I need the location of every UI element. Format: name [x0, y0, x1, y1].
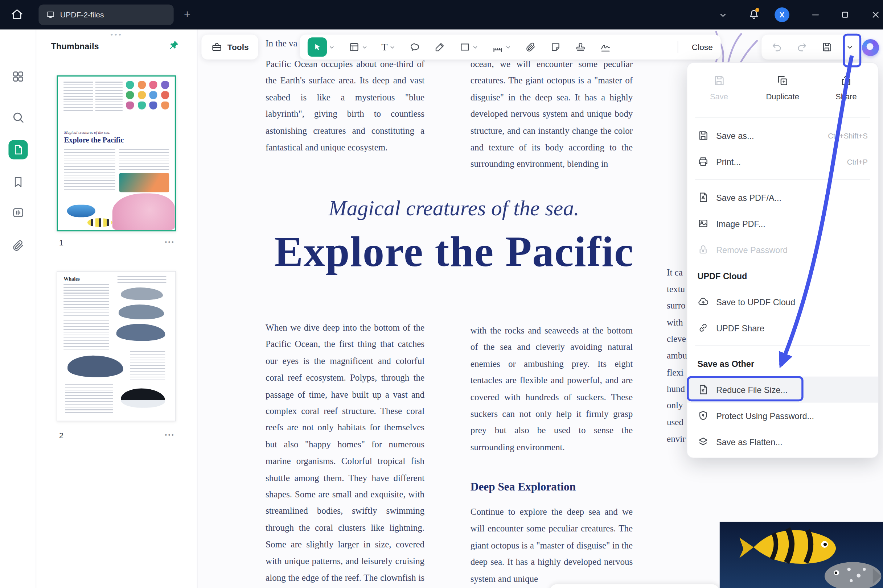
thumb-text-block	[130, 351, 165, 380]
menu-item-updf-share[interactable]: UPDF Share	[687, 315, 878, 341]
text-tool-icon: T	[381, 41, 387, 53]
close-window-button[interactable]	[871, 10, 881, 20]
thumb-fish-blue	[67, 205, 95, 217]
redo-icon[interactable]	[796, 41, 807, 52]
doc-col3-line: used	[667, 417, 683, 428]
menu-item-save-as-flatten[interactable]: Save as Flatten...	[687, 429, 878, 455]
page-more-button[interactable]: •••	[165, 431, 174, 438]
menu-save-action[interactable]: Save	[687, 70, 751, 113]
menu-item-print[interactable]: Print... Ctrl+P	[687, 148, 878, 175]
doc-col3-line: textu	[667, 284, 685, 294]
text-tool[interactable]: T	[381, 41, 396, 53]
document-tab[interactable]: UPDF-2-files	[38, 5, 173, 25]
select-tool-button[interactable]	[308, 38, 327, 57]
updf-app-window: UPDF-2-files + X	[0, 0, 883, 588]
thumb-pink-coral	[113, 193, 175, 230]
chevron-down-icon	[505, 44, 511, 50]
thumb-whale	[121, 288, 163, 300]
save-dropdown-chevron-icon[interactable]	[846, 44, 853, 51]
doc-heading-italic: Magical creatures of the sea.	[254, 196, 654, 221]
share-icon	[840, 74, 852, 87]
apps-grid-icon[interactable]	[11, 70, 25, 83]
page-thumbnail-2[interactable]: Whales	[57, 271, 176, 422]
doc-subheading: Deep Sea Exploration	[471, 480, 576, 494]
page-more-button[interactable]: •••	[165, 238, 174, 245]
attach-file-icon[interactable]	[525, 41, 536, 52]
bottom-toolbar-partial	[549, 584, 719, 588]
doc-col3-line: ambu	[667, 351, 687, 361]
left-icon-rail	[0, 29, 36, 588]
save-icon	[713, 74, 725, 87]
comment-callout-icon[interactable]	[409, 41, 420, 52]
menu-duplicate-action[interactable]: Duplicate	[751, 70, 814, 113]
home-icon[interactable]	[10, 7, 26, 22]
toolbox-icon	[211, 41, 222, 52]
doc-col1-top: Pacific Ocean occupies about one-third o…	[266, 56, 424, 156]
signature-icon[interactable]	[600, 41, 611, 52]
page-layout-tool[interactable]	[348, 41, 367, 52]
thumb-text-block	[119, 149, 169, 170]
cursor-icon	[312, 42, 322, 52]
menu-item-remove-password[interactable]: Remove Password	[687, 236, 878, 262]
thumbnails-panel-title: Thumbnails	[51, 41, 99, 51]
thumb-heading-italic: Magical creatures of the sea.	[64, 130, 110, 135]
measure-tool[interactable]	[492, 41, 511, 52]
comments-icon[interactable]	[11, 206, 25, 220]
menu-item-save-to-updf-cloud[interactable]: Save to UPDF Cloud	[687, 288, 878, 315]
menu-item-protect-using-password[interactable]: Protect Using Password...	[687, 403, 878, 429]
doc-col2-main: with the rocks and seaweeds at the botto…	[471, 322, 633, 456]
toolbar-divider	[678, 41, 678, 53]
menu-divider	[695, 345, 870, 346]
attachments-paperclip-icon[interactable]	[11, 239, 25, 253]
bookmarks-icon[interactable]	[11, 175, 25, 189]
panel-drag-handle[interactable]: •••	[36, 30, 197, 38]
close-toolbar-button[interactable]: Close	[692, 42, 713, 51]
thumb-whale	[119, 304, 164, 320]
minimize-button[interactable]	[811, 10, 821, 20]
maximize-button[interactable]	[840, 10, 850, 20]
menu-item-image-pdf[interactable]: Image PDF...	[687, 210, 878, 236]
menu-divider	[695, 179, 870, 180]
menu-share-label: Share	[835, 92, 856, 101]
thumb-text-block	[64, 149, 115, 190]
ai-assistant-button[interactable]	[862, 39, 879, 56]
pen-highlighter-icon[interactable]	[434, 41, 445, 52]
save-as-icon	[698, 130, 709, 141]
thumbnails-panel-icon[interactable]	[8, 140, 27, 159]
new-tab-button[interactable]: +	[180, 7, 194, 21]
select-tool-chevron-icon[interactable]	[329, 44, 335, 50]
save-dropdown-menu: Save Duplicate Share Save as... Ctrl+Shi…	[687, 62, 878, 458]
doc-title: Explore the Pacific	[254, 227, 654, 276]
thumbnail-meta-row: 1 •••	[57, 238, 176, 249]
sticker-icon[interactable]	[550, 41, 561, 52]
tools-button[interactable]: Tools	[202, 34, 258, 60]
thumb-text-block	[63, 284, 109, 317]
doc-col3-line: cleve	[667, 334, 686, 344]
menu-share-action[interactable]: Share	[814, 70, 878, 113]
thumb-orca	[121, 388, 165, 408]
doc-col3-line: only	[667, 400, 683, 410]
search-icon[interactable]	[11, 111, 25, 124]
undo-icon[interactable]	[771, 41, 782, 52]
menu-save-label: Save	[710, 92, 728, 101]
save-icon[interactable]	[821, 41, 832, 52]
account-avatar[interactable]: X	[775, 7, 790, 22]
menu-item-save-as-pdfa[interactable]: Save as PDF/A...	[687, 184, 878, 210]
shortcut-label: Ctrl+Shift+S	[828, 131, 868, 140]
page-layout-icon	[348, 41, 360, 52]
doc-col3-line: hund	[667, 384, 685, 394]
cloud-upload-icon	[698, 296, 709, 308]
stamp-icon[interactable]	[575, 41, 586, 52]
window-chevron-down-icon[interactable]	[718, 11, 727, 20]
doc-col2-para2: Continue to explore the deep sea and we …	[471, 504, 633, 587]
pdfa-document-icon	[698, 192, 709, 203]
thumb-text-block	[95, 82, 123, 111]
notification-dot	[755, 8, 759, 12]
menu-item-reduce-file-size[interactable]: Reduce File Size...	[687, 376, 878, 403]
tools-label: Tools	[227, 42, 249, 51]
menu-item-save-as[interactable]: Save as... Ctrl+Shift+S	[687, 123, 878, 148]
file-actions-toolbar	[761, 34, 862, 60]
pin-icon[interactable]	[168, 40, 179, 51]
page-thumbnail-1[interactable]: Magical creatures of the sea. Explore th…	[57, 75, 176, 231]
shapes-tool[interactable]	[459, 41, 478, 52]
